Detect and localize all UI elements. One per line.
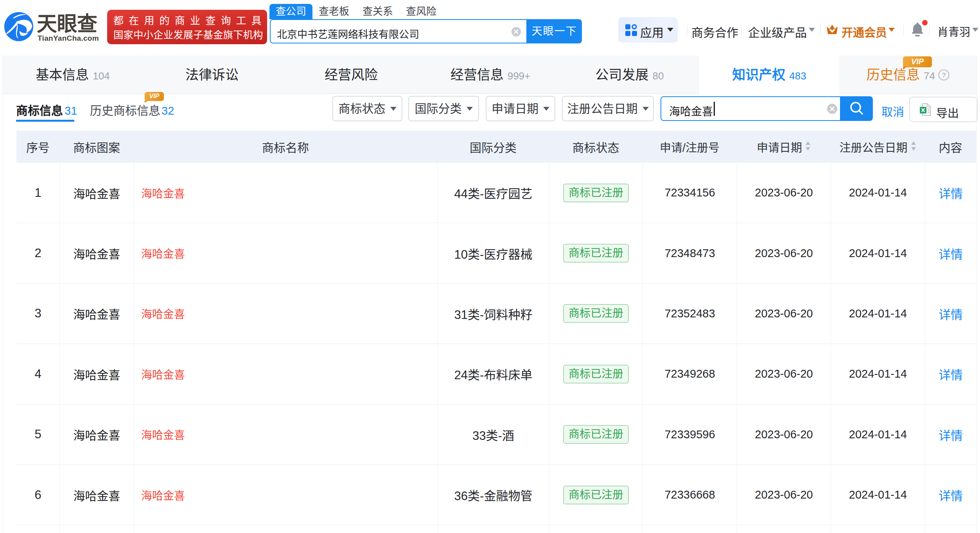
svg-text:?: ? xyxy=(942,72,946,79)
